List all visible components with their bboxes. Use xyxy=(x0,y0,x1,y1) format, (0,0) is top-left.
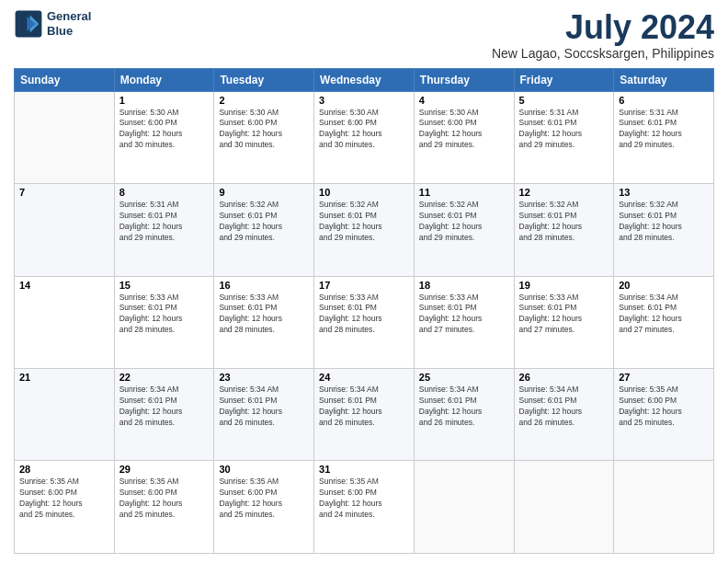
calendar-cell: 8Sunrise: 5:31 AM Sunset: 6:01 PM Daylig… xyxy=(114,184,214,276)
day-number: 26 xyxy=(519,372,609,383)
day-info: Sunrise: 5:34 AM Sunset: 6:01 PM Dayligh… xyxy=(419,385,509,429)
day-info: Sunrise: 5:31 AM Sunset: 6:01 PM Dayligh… xyxy=(619,108,709,152)
day-number: 11 xyxy=(419,187,509,198)
calendar-table: SundayMondayTuesdayWednesdayThursdayFrid… xyxy=(14,68,714,554)
calendar-cell: 14 xyxy=(15,276,115,368)
calendar-cell: 12Sunrise: 5:32 AM Sunset: 6:01 PM Dayli… xyxy=(514,184,614,276)
day-number: 3 xyxy=(319,95,409,106)
calendar-cell: 27Sunrise: 5:35 AM Sunset: 6:00 PM Dayli… xyxy=(614,369,714,461)
weekday-header-cell: Wednesday xyxy=(314,68,415,91)
day-info: Sunrise: 5:33 AM Sunset: 6:01 PM Dayligh… xyxy=(219,293,309,337)
calendar-cell xyxy=(614,461,714,554)
day-number: 20 xyxy=(619,280,709,291)
day-number: 25 xyxy=(419,372,509,383)
day-number: 8 xyxy=(119,187,210,198)
calendar-week-row: 1415Sunrise: 5:33 AM Sunset: 6:01 PM Day… xyxy=(15,276,714,368)
calendar-cell: 5Sunrise: 5:31 AM Sunset: 6:01 PM Daylig… xyxy=(514,91,614,183)
calendar-cell: 21 xyxy=(15,369,115,461)
calendar-cell: 24Sunrise: 5:34 AM Sunset: 6:01 PM Dayli… xyxy=(314,369,415,461)
day-number: 27 xyxy=(619,372,709,383)
calendar-cell: 6Sunrise: 5:31 AM Sunset: 6:01 PM Daylig… xyxy=(614,91,714,183)
logo-text: General Blue xyxy=(47,9,91,38)
calendar-cell: 7 xyxy=(15,184,115,276)
day-info: Sunrise: 5:35 AM Sunset: 6:00 PM Dayligh… xyxy=(19,477,109,521)
day-info: Sunrise: 5:34 AM Sunset: 6:01 PM Dayligh… xyxy=(119,385,210,429)
day-info: Sunrise: 5:35 AM Sunset: 6:00 PM Dayligh… xyxy=(619,385,709,429)
calendar-cell: 26Sunrise: 5:34 AM Sunset: 6:01 PM Dayli… xyxy=(514,369,614,461)
calendar-cell: 2Sunrise: 5:30 AM Sunset: 6:00 PM Daylig… xyxy=(214,91,314,183)
calendar-cell: 23Sunrise: 5:34 AM Sunset: 6:01 PM Dayli… xyxy=(214,369,314,461)
weekday-header-cell: Saturday xyxy=(614,68,714,91)
day-info: Sunrise: 5:32 AM Sunset: 6:01 PM Dayligh… xyxy=(319,200,409,244)
day-number: 1 xyxy=(119,95,210,106)
calendar-cell xyxy=(414,461,514,554)
day-number: 7 xyxy=(19,187,109,198)
calendar-cell: 29Sunrise: 5:35 AM Sunset: 6:00 PM Dayli… xyxy=(114,461,214,554)
day-info: Sunrise: 5:32 AM Sunset: 6:01 PM Dayligh… xyxy=(419,200,509,244)
day-info: Sunrise: 5:35 AM Sunset: 6:00 PM Dayligh… xyxy=(219,477,309,521)
header: General Blue July 2024 New Lagao, Soccsk… xyxy=(14,9,714,61)
day-number: 19 xyxy=(519,280,609,291)
day-number: 23 xyxy=(219,372,309,383)
day-number: 2 xyxy=(219,95,309,106)
day-info: Sunrise: 5:30 AM Sunset: 6:00 PM Dayligh… xyxy=(119,108,210,152)
day-info: Sunrise: 5:34 AM Sunset: 6:01 PM Dayligh… xyxy=(219,385,309,429)
day-number: 18 xyxy=(419,280,509,291)
day-number: 28 xyxy=(19,464,109,475)
weekday-header-cell: Sunday xyxy=(15,68,115,91)
calendar-cell: 19Sunrise: 5:33 AM Sunset: 6:01 PM Dayli… xyxy=(514,276,614,368)
calendar-cell: 20Sunrise: 5:34 AM Sunset: 6:01 PM Dayli… xyxy=(614,276,714,368)
day-info: Sunrise: 5:32 AM Sunset: 6:01 PM Dayligh… xyxy=(519,200,609,244)
day-number: 10 xyxy=(319,187,409,198)
calendar-cell xyxy=(514,461,614,554)
day-info: Sunrise: 5:31 AM Sunset: 6:01 PM Dayligh… xyxy=(519,108,609,152)
day-number: 15 xyxy=(119,280,210,291)
day-info: Sunrise: 5:33 AM Sunset: 6:01 PM Dayligh… xyxy=(419,293,509,337)
calendar-cell: 4Sunrise: 5:30 AM Sunset: 6:00 PM Daylig… xyxy=(414,91,514,183)
day-number: 31 xyxy=(319,464,409,475)
calendar-week-row: 2122Sunrise: 5:34 AM Sunset: 6:01 PM Day… xyxy=(15,369,714,461)
day-number: 22 xyxy=(119,372,210,383)
day-info: Sunrise: 5:34 AM Sunset: 6:01 PM Dayligh… xyxy=(519,385,609,429)
day-info: Sunrise: 5:32 AM Sunset: 6:01 PM Dayligh… xyxy=(619,200,709,244)
weekday-header-row: SundayMondayTuesdayWednesdayThursdayFrid… xyxy=(15,68,714,91)
day-number: 17 xyxy=(319,280,409,291)
calendar-cell xyxy=(15,91,115,183)
calendar-week-row: 1Sunrise: 5:30 AM Sunset: 6:00 PM Daylig… xyxy=(15,91,714,183)
title-block: July 2024 New Lagao, Soccsksargen, Phili… xyxy=(492,9,714,61)
day-number: 9 xyxy=(219,187,309,198)
weekday-header-cell: Tuesday xyxy=(214,68,314,91)
calendar-cell: 16Sunrise: 5:33 AM Sunset: 6:01 PM Dayli… xyxy=(214,276,314,368)
day-info: Sunrise: 5:34 AM Sunset: 6:01 PM Dayligh… xyxy=(319,385,409,429)
calendar-subtitle: New Lagao, Soccsksargen, Philippines xyxy=(492,46,714,61)
logo-icon xyxy=(14,9,43,39)
calendar-cell: 25Sunrise: 5:34 AM Sunset: 6:01 PM Dayli… xyxy=(414,369,514,461)
day-info: Sunrise: 5:30 AM Sunset: 6:00 PM Dayligh… xyxy=(219,108,309,152)
calendar-cell: 31Sunrise: 5:35 AM Sunset: 6:00 PM Dayli… xyxy=(314,461,415,554)
page: General Blue July 2024 New Lagao, Soccsk… xyxy=(0,0,728,563)
calendar-cell: 18Sunrise: 5:33 AM Sunset: 6:01 PM Dayli… xyxy=(414,276,514,368)
calendar-cell: 30Sunrise: 5:35 AM Sunset: 6:00 PM Dayli… xyxy=(214,461,314,554)
calendar-cell: 22Sunrise: 5:34 AM Sunset: 6:01 PM Dayli… xyxy=(114,369,214,461)
logo: General Blue xyxy=(14,9,91,39)
day-number: 13 xyxy=(619,187,709,198)
calendar-week-row: 78Sunrise: 5:31 AM Sunset: 6:01 PM Dayli… xyxy=(15,184,714,276)
day-number: 21 xyxy=(19,372,109,383)
day-number: 12 xyxy=(519,187,609,198)
calendar-cell: 10Sunrise: 5:32 AM Sunset: 6:01 PM Dayli… xyxy=(314,184,415,276)
calendar-cell: 13Sunrise: 5:32 AM Sunset: 6:01 PM Dayli… xyxy=(614,184,714,276)
day-info: Sunrise: 5:32 AM Sunset: 6:01 PM Dayligh… xyxy=(219,200,309,244)
calendar-title: July 2024 xyxy=(492,9,714,46)
calendar-cell: 1Sunrise: 5:30 AM Sunset: 6:00 PM Daylig… xyxy=(114,91,214,183)
weekday-header-cell: Friday xyxy=(514,68,614,91)
day-info: Sunrise: 5:34 AM Sunset: 6:01 PM Dayligh… xyxy=(619,293,709,337)
calendar-cell: 9Sunrise: 5:32 AM Sunset: 6:01 PM Daylig… xyxy=(214,184,314,276)
weekday-header-cell: Monday xyxy=(114,68,214,91)
day-info: Sunrise: 5:35 AM Sunset: 6:00 PM Dayligh… xyxy=(119,477,210,521)
calendar-cell: 3Sunrise: 5:30 AM Sunset: 6:00 PM Daylig… xyxy=(314,91,415,183)
day-number: 6 xyxy=(619,95,709,106)
day-number: 4 xyxy=(419,95,509,106)
day-info: Sunrise: 5:33 AM Sunset: 6:01 PM Dayligh… xyxy=(119,293,210,337)
calendar-cell: 11Sunrise: 5:32 AM Sunset: 6:01 PM Dayli… xyxy=(414,184,514,276)
day-number: 16 xyxy=(219,280,309,291)
